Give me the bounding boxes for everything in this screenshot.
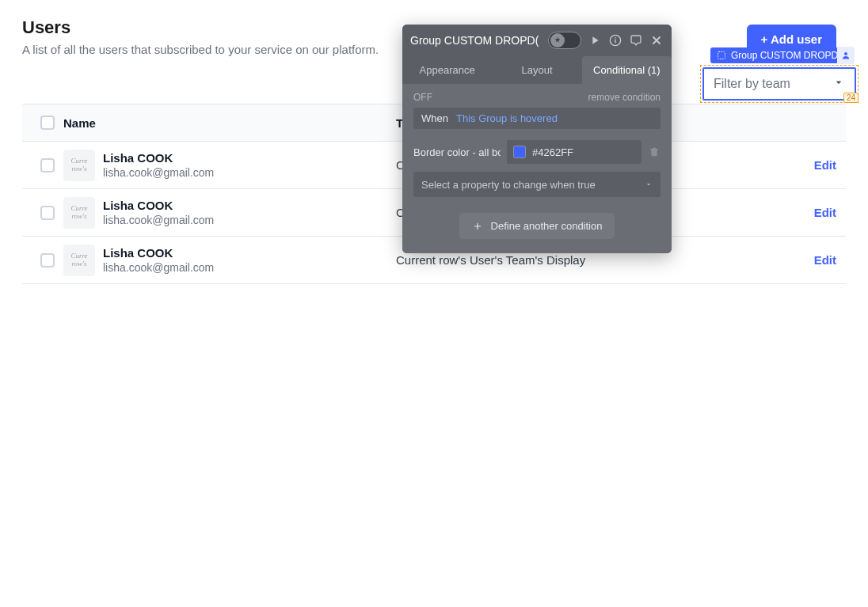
user-team: Current row's User's Team's Display xyxy=(396,253,789,267)
chevron-down-icon xyxy=(832,76,845,92)
edit-link[interactable]: Edit xyxy=(789,253,836,267)
play-icon[interactable] xyxy=(588,33,602,47)
row-checkbox[interactable] xyxy=(40,158,55,173)
avatar: Curre row's xyxy=(63,245,95,276)
property-value-input[interactable]: #4262FF xyxy=(507,140,641,164)
property-label: Border color - all bor xyxy=(413,146,501,158)
remove-condition-link[interactable]: remove condition xyxy=(588,92,661,103)
panel-title: Group CUSTOM DROPD( xyxy=(410,34,542,47)
edit-link[interactable]: Edit xyxy=(789,158,836,172)
preview-toggle[interactable] xyxy=(548,32,581,49)
element-selection-tag[interactable]: Group CUSTOM DROPD... xyxy=(710,47,855,64)
filter-size-badge: 24 xyxy=(843,93,858,103)
add-property-placeholder: Select a property to change when true xyxy=(421,179,596,191)
close-icon[interactable] xyxy=(649,33,664,47)
selection-tag-user-icon[interactable] xyxy=(837,47,855,64)
user-email: lisha.cook@gmail.com xyxy=(103,214,214,226)
filter-by-team-dropdown[interactable]: Filter by team 24 xyxy=(700,65,858,103)
user-email: lisha.cook@gmail.com xyxy=(103,261,214,274)
property-hex-value: #4262FF xyxy=(532,146,573,158)
selection-tag-label: Group CUSTOM DROPD... xyxy=(731,50,837,61)
svg-point-1 xyxy=(844,52,847,55)
row-checkbox[interactable] xyxy=(40,206,55,220)
define-button-label: Define another condition xyxy=(491,220,603,232)
edit-link[interactable]: Edit xyxy=(789,206,836,219)
tab-appearance[interactable]: Appearance xyxy=(402,56,492,84)
when-expression-input[interactable]: When This Group is hovered xyxy=(413,108,661,129)
tab-conditional[interactable]: Conditional (1) xyxy=(582,56,672,84)
color-swatch[interactable] xyxy=(513,146,526,158)
select-all-checkbox[interactable] xyxy=(40,116,55,130)
user-name: Lisha COOK xyxy=(103,151,214,165)
avatar: Curre row's xyxy=(63,150,95,181)
caret-down-icon xyxy=(645,179,653,191)
trash-icon[interactable] xyxy=(648,146,661,158)
row-checkbox[interactable] xyxy=(40,253,55,267)
user-email: lisha.cook@gmail.com xyxy=(103,166,214,179)
svg-rect-4 xyxy=(615,37,615,38)
tab-layout[interactable]: Layout xyxy=(492,56,581,84)
svg-rect-3 xyxy=(615,40,615,44)
filter-placeholder: Filter by team xyxy=(714,77,790,91)
group-icon xyxy=(717,51,726,60)
avatar: Curre row's xyxy=(63,197,95,229)
user-name: Lisha COOK xyxy=(103,246,214,260)
when-label: When xyxy=(421,112,448,124)
when-expression: This Group is hovered xyxy=(456,112,558,124)
property-editor-panel[interactable]: Group CUSTOM DROPD( Appearance Layout Co… xyxy=(402,25,672,253)
user-name: Lisha COOK xyxy=(103,199,214,212)
condition-off-label: OFF xyxy=(413,92,432,103)
column-header-name: Name xyxy=(63,116,396,130)
define-another-condition-button[interactable]: Define another condition xyxy=(459,213,615,239)
comment-icon[interactable] xyxy=(629,33,643,47)
add-property-select[interactable]: Select a property to change when true xyxy=(413,172,661,197)
info-icon[interactable] xyxy=(608,33,622,47)
svg-rect-0 xyxy=(718,52,725,59)
